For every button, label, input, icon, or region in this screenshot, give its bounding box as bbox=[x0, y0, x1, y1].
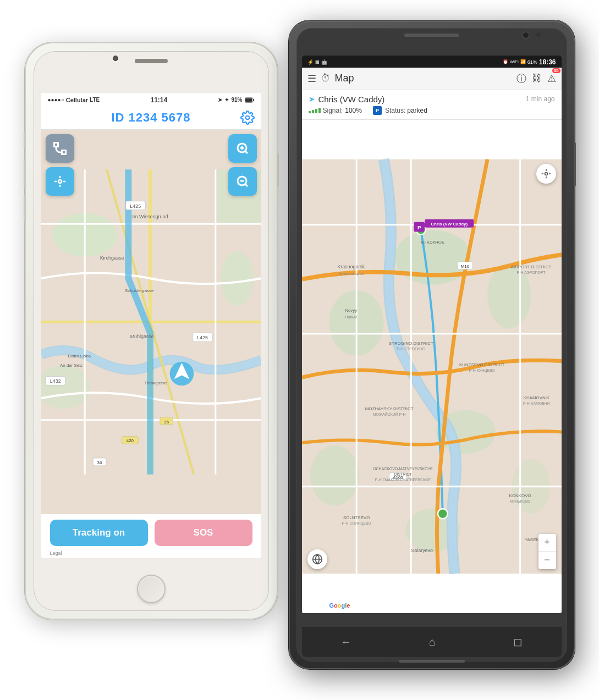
android-wifi-icon: WiFi bbox=[510, 59, 519, 64]
svg-text:KONKOVO: KONKOVO bbox=[509, 493, 531, 498]
signal-bar-1 bbox=[309, 111, 311, 113]
svg-text:420: 420 bbox=[126, 438, 134, 443]
ios-route-button[interactable] bbox=[46, 134, 74, 163]
svg-text:Р-Н СОЛНЦЕВО: Р-Н СОЛНЦЕВО bbox=[342, 521, 371, 526]
ios-status-bar: ●●●●○ Cellular LTE 11:14 ➤ ✦ 91% bbox=[41, 93, 261, 106]
svg-text:AIRPORT DISTRICT: AIRPORT DISTRICT bbox=[510, 264, 551, 269]
android-zoom-out-button[interactable]: − bbox=[538, 552, 556, 569]
svg-text:Tränkgasse: Tränkgasse bbox=[144, 381, 167, 385]
iphone-home-button[interactable] bbox=[137, 575, 166, 603]
svg-text:OCHACKOVO-MATVEYEVSKOYE: OCHACKOVO-MATVEYEVSKOYE bbox=[373, 466, 433, 470]
iphone-screen: ●●●●○ Cellular LTE 11:14 ➤ ✦ 91% bbox=[41, 93, 261, 558]
ios-tracking-button[interactable]: Tracking on bbox=[50, 520, 148, 546]
ios-zoom-in-button[interactable] bbox=[228, 134, 257, 163]
ios-time: 11:14 bbox=[151, 96, 168, 104]
ios-legal-text: Legal bbox=[41, 549, 261, 558]
android-volume-button bbox=[574, 142, 576, 186]
svg-text:MOZHAYSKY DISTRICT: MOZHAYSKY DISTRICT bbox=[365, 406, 413, 411]
svg-text:L432: L432 bbox=[50, 378, 61, 384]
android-screen: ⚡ ▦ 🤖 ⏰ WiFi 📶 61% 18:36 ☰ ⏱ bbox=[302, 56, 562, 613]
ios-carrier-label: Cellular bbox=[66, 97, 88, 103]
svg-text:Р-Н АЭРОПОРТ: Р-Н АЭРОПОРТ bbox=[516, 270, 546, 274]
ios-signal-dots: ●●●●○ bbox=[48, 97, 64, 103]
svg-text:Красногорск: Красногорск bbox=[338, 271, 364, 275]
android-zoom-in-button[interactable]: + bbox=[538, 534, 556, 552]
ios-settings-icon[interactable] bbox=[240, 111, 255, 125]
ios-app-header: ID 1234 5678 bbox=[41, 106, 261, 130]
svg-text:Новый: Новый bbox=[345, 315, 357, 319]
android-vehicle-name: Chris (VW Caddy) bbox=[318, 95, 385, 104]
svg-text:STROGINO DISTRICT: STROGINO DISTRICT bbox=[388, 340, 433, 345]
android-speaker-top bbox=[404, 34, 459, 37]
android-battery-percent: 61% bbox=[527, 59, 537, 65]
android-speaker-bottom bbox=[399, 660, 465, 663]
ios-id-label: ID 1234 5678 bbox=[111, 111, 190, 125]
ios-bluetooth-icon: ✦ bbox=[224, 97, 229, 103]
svg-point-7 bbox=[221, 251, 253, 305]
android-app-title: Map bbox=[335, 73, 512, 84]
svg-text:KHAMOVNIK: KHAMOVNIK bbox=[523, 395, 549, 400]
android-vehicle-info: ➤ Chris (VW Caddy) 1 min ago bbox=[302, 90, 562, 120]
iphone-speaker bbox=[135, 59, 168, 63]
android-map[interactable]: M10 A100 Krasnogorsk Красногорск Novyy Н… bbox=[302, 120, 562, 613]
android-status-value: parked bbox=[407, 107, 427, 114]
svg-text:Kirchgasse: Kirchgasse bbox=[100, 255, 124, 260]
signal-bar-3 bbox=[315, 109, 317, 113]
svg-text:DISTRICT: DISTRICT bbox=[394, 472, 412, 476]
ios-center-button[interactable] bbox=[46, 167, 74, 196]
svg-text:КОНЬКОВО: КОНЬКОВО bbox=[509, 499, 531, 503]
android-map-svg: M10 A100 Krasnogorsk Красногорск Novyy Н… bbox=[302, 120, 562, 613]
iphone-volume-up-button bbox=[24, 159, 26, 186]
svg-text:Krasnogorsk: Krasnogorsk bbox=[337, 264, 365, 269]
android-back-button[interactable]: ← bbox=[340, 636, 351, 648]
android-globe-button[interactable] bbox=[307, 549, 327, 569]
android-info-icon[interactable]: ⓘ bbox=[516, 72, 526, 85]
iphone-volume-down-button bbox=[24, 195, 26, 222]
android-home-button[interactable]: ⌂ bbox=[429, 636, 436, 648]
android-status-label: Status: bbox=[385, 107, 405, 114]
android-warning-icon[interactable]: ⚠ 35 bbox=[547, 73, 556, 85]
svg-point-3 bbox=[245, 115, 249, 119]
svg-text:P: P bbox=[417, 224, 421, 230]
svg-text:Р-Н КУНЦЕВО: Р-Н КУНЦЕВО bbox=[469, 368, 495, 373]
android-vehicle-name-row: ➤ Chris (VW Caddy) 1 min ago bbox=[309, 95, 555, 104]
svg-text:KUNTSEVO DISTRICT: KUNTSEVO DISTRICT bbox=[459, 362, 504, 367]
ios-status-right: ➤ ✦ 91% bbox=[218, 97, 254, 103]
android-status-info: P Status: parked bbox=[373, 106, 427, 115]
ios-zoom-out-button[interactable] bbox=[228, 167, 257, 196]
svg-text:МОЖАЙСКИЙ Р-Н: МОЖАЙСКИЙ Р-Н bbox=[372, 411, 405, 416]
svg-point-81 bbox=[545, 172, 547, 175]
android-zoom-controls: + − bbox=[538, 534, 556, 569]
iphone-mute-button bbox=[24, 131, 26, 148]
android-location-button[interactable] bbox=[536, 164, 556, 184]
android-menu-icon[interactable]: ☰ bbox=[307, 73, 316, 85]
svg-text:Bistro Lioba: Bistro Lioba bbox=[68, 353, 91, 358]
svg-text:M10: M10 bbox=[460, 264, 469, 269]
svg-line-36 bbox=[245, 184, 247, 186]
android-navigate-icon: ➤ bbox=[309, 95, 315, 103]
android-status-right-icons: ⏰ WiFi 📶 61% 18:36 bbox=[503, 58, 556, 66]
android-link-icon[interactable]: ⛓ bbox=[532, 73, 542, 84]
ios-map[interactable]: L425 L425 L432 35 420 36 Im Wiesengrund bbox=[41, 130, 261, 514]
google-logo-text: G bbox=[329, 602, 334, 609]
svg-text:Novyy: Novyy bbox=[345, 308, 357, 313]
ios-network-label: LTE bbox=[90, 97, 100, 103]
iphone-device: ●●●●○ Cellular LTE 11:14 ➤ ✦ 91% bbox=[25, 42, 278, 620]
android-parking-icon: P bbox=[373, 106, 382, 115]
android-clock-icon: ⏱ bbox=[321, 73, 331, 84]
android-signal-icon: ▦ bbox=[315, 59, 320, 64]
svg-text:36: 36 bbox=[97, 460, 102, 465]
android-usb-icon: ⚡ bbox=[307, 59, 314, 65]
android-signal-label: Signal: bbox=[323, 107, 343, 114]
svg-text:Р-Н СТРОГИНО: Р-Н СТРОГИНО bbox=[397, 346, 426, 350]
android-camera bbox=[522, 31, 530, 39]
svg-text:Р-Н ХАМОВНИ: Р-Н ХАМОВНИ bbox=[523, 401, 549, 405]
svg-text:L425: L425 bbox=[130, 203, 141, 208]
android-android-icon: 🤖 bbox=[321, 59, 327, 65]
android-recent-button[interactable]: ◻ bbox=[513, 635, 523, 648]
android-device: ← ⌂ ◻ ⚡ ▦ 🤖 ⏰ WiFi 📶 6 bbox=[289, 20, 575, 669]
ios-sos-button[interactable]: SOS bbox=[155, 520, 252, 546]
svg-text:Salaryevo: Salaryevo bbox=[411, 547, 433, 553]
iphone-power-button bbox=[277, 153, 279, 186]
google-logo: Google bbox=[329, 602, 350, 609]
